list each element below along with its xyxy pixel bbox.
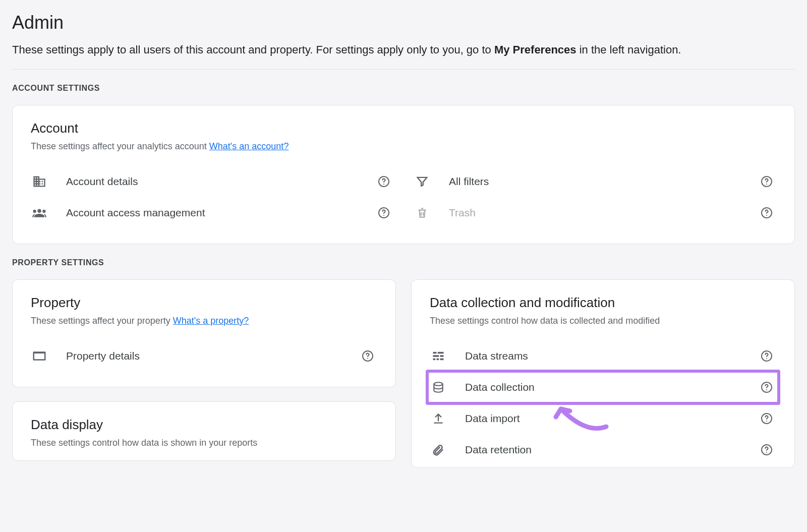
help-icon[interactable] (760, 412, 773, 425)
card-icon (31, 347, 48, 365)
help-icon[interactable] (760, 175, 773, 188)
data-collection-label: Data collection (447, 381, 760, 393)
upload-icon (430, 410, 447, 427)
svg-rect-17 (440, 358, 444, 360)
account-details-row[interactable]: Account details (31, 166, 393, 197)
subtitle-my-preferences: My Preferences (494, 43, 577, 56)
attachment-icon (430, 441, 447, 458)
trash-row[interactable]: Trash (414, 197, 776, 228)
domain-icon (31, 173, 48, 190)
help-icon[interactable] (377, 175, 390, 188)
account-details-label: Account details (48, 175, 377, 188)
svg-point-7 (766, 215, 767, 216)
svg-point-5 (383, 215, 384, 216)
streams-icon (430, 347, 447, 365)
help-icon[interactable] (760, 443, 773, 456)
data-collection-card-title: Data collection and modification (430, 295, 776, 311)
data-collection-row[interactable]: Data collection (430, 372, 776, 403)
all-filters-label: All filters (431, 175, 760, 188)
help-icon[interactable] (760, 381, 773, 394)
help-icon[interactable] (377, 206, 390, 219)
account-card-title: Account (31, 121, 776, 136)
account-access-row[interactable]: Account access management (31, 197, 393, 228)
svg-point-3 (766, 184, 767, 185)
account-settings-heading: ACCOUNT SETTINGS (12, 84, 795, 93)
trash-label: Trash (431, 207, 760, 219)
data-import-row[interactable]: Data import (430, 403, 776, 434)
property-details-row[interactable]: Property details (31, 340, 377, 372)
svg-point-20 (434, 382, 442, 386)
account-card: Account These settings affect your analy… (12, 105, 795, 244)
database-icon (430, 379, 447, 396)
property-card-desc: These settings affect your property What… (31, 316, 377, 326)
page-title: Admin (12, 12, 795, 33)
account-card-desc: These settings affect your analytics acc… (31, 141, 776, 152)
svg-rect-11 (433, 352, 437, 354)
account-access-label: Account access management (48, 207, 377, 219)
data-display-card: Data display These settings control how … (12, 401, 396, 461)
data-streams-row[interactable]: Data streams (430, 340, 776, 372)
svg-point-19 (766, 358, 767, 359)
all-filters-row[interactable]: All filters (414, 166, 776, 197)
data-collection-card: Data collection and modification These s… (411, 279, 795, 468)
svg-rect-13 (433, 355, 439, 357)
subtitle-text-post: in the left navigation. (577, 43, 681, 56)
property-card-title: Property (31, 295, 377, 311)
property-card: Property These settings affect your prop… (12, 279, 396, 387)
property-card-desc-text: These settings affect your property (31, 316, 173, 326)
svg-point-22 (766, 389, 767, 390)
help-icon[interactable] (361, 349, 374, 363)
svg-rect-14 (440, 355, 444, 357)
svg-point-26 (766, 452, 767, 453)
groups-icon (31, 204, 48, 221)
data-retention-label: Data retention (447, 444, 760, 456)
help-icon[interactable] (760, 206, 773, 219)
whats-a-property-link[interactable]: What's a property? (173, 316, 249, 326)
data-retention-row[interactable]: Data retention (430, 434, 776, 465)
data-display-title: Data display (31, 417, 377, 433)
svg-point-10 (367, 358, 368, 359)
svg-rect-8 (40, 356, 44, 358)
property-settings-heading: PROPERTY SETTINGS (12, 258, 795, 267)
data-streams-label: Data streams (447, 350, 760, 362)
trash-icon (414, 204, 431, 221)
svg-rect-16 (437, 358, 439, 360)
data-collection-card-desc: These settings control how data is colle… (430, 316, 776, 326)
data-import-label: Data import (447, 412, 760, 425)
header-divider (12, 69, 795, 70)
svg-rect-15 (433, 358, 436, 360)
svg-rect-12 (438, 352, 444, 354)
svg-point-1 (383, 184, 384, 185)
help-icon[interactable] (760, 349, 773, 363)
subtitle-text-pre: These settings apply to all users of thi… (12, 43, 494, 56)
account-card-desc-text: These settings affect your analytics acc… (31, 141, 209, 151)
data-display-desc: These settings control how data is shown… (31, 438, 377, 448)
whats-an-account-link[interactable]: What's an account? (209, 141, 289, 151)
svg-point-24 (766, 421, 767, 422)
property-details-label: Property details (48, 350, 361, 362)
page-subtitle: These settings apply to all users of thi… (12, 42, 795, 58)
filter-icon (414, 173, 431, 190)
